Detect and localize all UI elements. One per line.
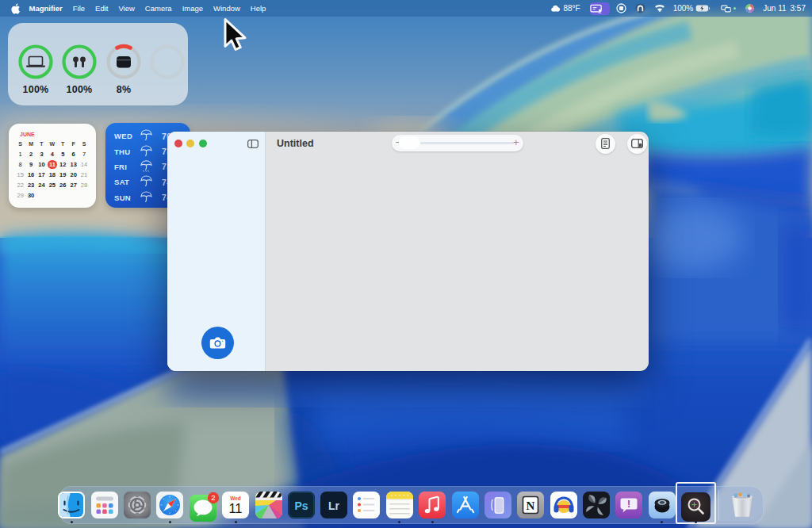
svg-text:Wed: Wed <box>230 495 241 501</box>
svg-text:N: N <box>527 499 535 512</box>
svg-text:11: 11 <box>228 501 242 515</box>
svg-text:Ps: Ps <box>294 499 308 512</box>
svg-text:!: ! <box>627 499 630 510</box>
svg-text:2: 2 <box>211 493 215 502</box>
svg-text:Lr: Lr <box>328 499 340 512</box>
